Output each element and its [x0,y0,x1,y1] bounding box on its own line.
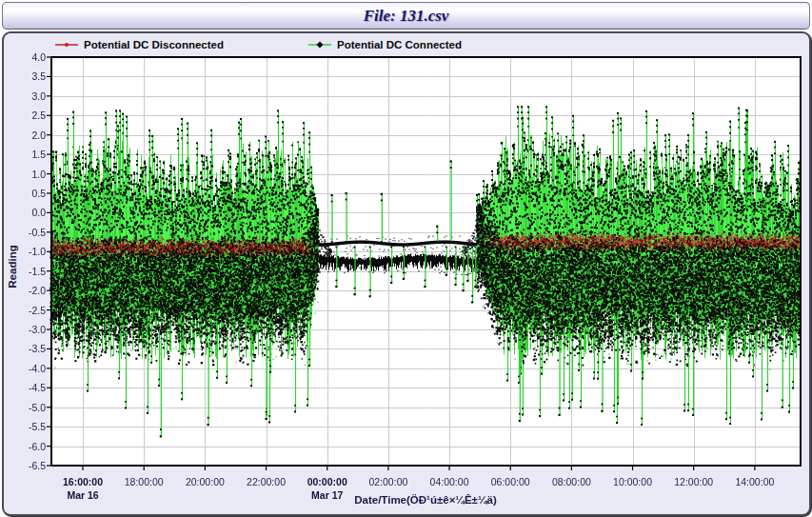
y-tick-label: 1.5 [4,149,46,160]
y-tick-label: -4.5 [4,382,46,393]
x-tick-label: 00:00:00 [307,476,347,487]
y-tick-label: -5.0 [4,402,46,413]
application-window: File: 131.csv Potential DC Disconnected … [0,0,812,517]
x-tick-label: 14:00:00 [735,476,774,487]
x-tick-label: 08:00:00 [552,476,591,487]
x-tick-date-label: Mar 16 [67,489,98,501]
y-axis-title: Reading [7,233,18,300]
x-tick-date-label: Mar 17 [311,489,343,501]
y-tick-label: -3.5 [4,343,46,354]
y-tick-label: -3.0 [4,324,46,335]
y-tick-label: 3.5 [4,70,46,82]
x-tick-label: 12:00:00 [674,476,713,487]
y-tick-label: -2.5 [4,305,46,316]
x-tick-label: 10:00:00 [613,476,652,487]
x-axis-title: Date/Time(ÖÐ¹ú±ê×¼Ê±¼ä) [354,494,497,506]
y-tick-label: -4.0 [4,363,46,374]
y-tick-label: 2.0 [4,129,46,141]
y-tick-label: 0.5 [4,188,46,199]
y-tick-label: 2.5 [4,109,46,121]
red-line-marker-icon [54,40,79,50]
x-tick-label: 02:00:00 [368,476,407,487]
y-tick-label: -6.0 [4,441,46,452]
x-tick-label: 18:00:00 [125,476,164,487]
x-tick-label: 22:00:00 [247,476,286,487]
x-tick-label: 20:00:00 [186,476,225,487]
y-tick-label: 3.0 [4,90,46,102]
y-tick-label: -6.5 [4,460,46,471]
window-title: File: 131.csv [364,7,449,26]
chart-panel: Potential DC Disconnected Potential DC C… [2,31,811,516]
x-tick-label: 06:00:00 [491,476,530,487]
green-line-marker-icon [307,40,332,50]
x-tick-label: 16:00:00 [63,476,103,487]
y-tick-label: 4.0 [4,51,46,63]
x-tick-label: 04:00:00 [430,476,469,487]
y-tick-label: -5.5 [4,421,46,432]
window-title-bar: File: 131.csv [2,2,810,30]
plot-canvas[interactable] [43,50,808,474]
y-tick-label: 1.0 [4,169,46,180]
y-tick-label: 0.0 [4,207,46,218]
